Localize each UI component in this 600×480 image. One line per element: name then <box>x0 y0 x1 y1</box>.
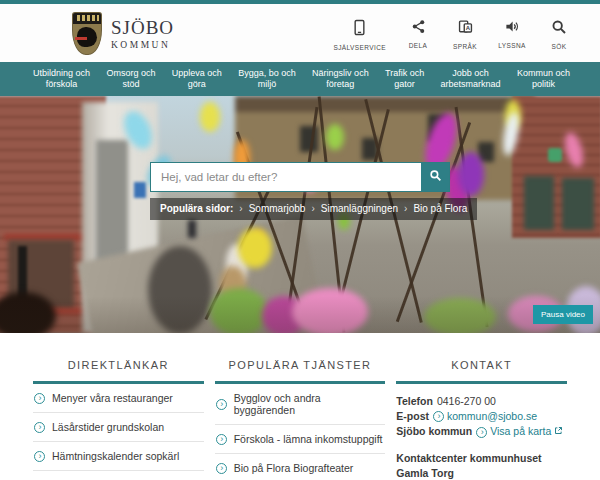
kontakt-column: KONTAKT Telefon0416-270 00 E-post ›kommu… <box>396 353 567 480</box>
share-label: DELA <box>409 42 428 49</box>
email-label: E-post <box>396 409 429 424</box>
link-forskola-inkomstuppgift[interactable]: ›Förskola - lämna inkomstuppgift <box>215 425 386 453</box>
quick-links-section: DIREKTLÄNKAR ›Menyer våra restauranger ›… <box>0 333 600 480</box>
selfservice-button[interactable]: SJÄLVSERVICE <box>333 19 386 51</box>
popular-pages-label: Populära sidor: <box>160 203 233 214</box>
nav-item-kommun[interactable]: Kommun ochpolitik <box>517 68 570 91</box>
svg-text:A: A <box>465 25 470 31</box>
header-actions: SJÄLVSERVICE DELA A SPRÅK LYSSNA <box>333 19 574 51</box>
chevron-circle-icon: › <box>216 399 227 410</box>
map-link[interactable]: ›Visa på karta <box>476 424 563 439</box>
logo-line1: SJÖBO <box>111 17 174 39</box>
chevron-right-icon: › <box>404 203 407 214</box>
search-submit-button[interactable] <box>421 163 449 191</box>
direktlankar-title: DIREKTLÄNKAR <box>33 353 204 381</box>
chevron-circle-icon: › <box>476 427 487 438</box>
chevron-right-icon: › <box>311 203 314 214</box>
hero-search-area: Populära sidor: › Sommarjobb › Simanlägg… <box>150 162 450 220</box>
magnifier-icon <box>429 169 442 185</box>
tjanster-title: POPULÄRA TJÄNSTER <box>215 353 386 381</box>
pause-video-button[interactable]: Pausa video <box>533 305 593 324</box>
link-ung-i-sjobo[interactable]: ›Ung i Sjöbo <box>33 471 204 480</box>
listen-button[interactable]: LYSSNA <box>497 19 527 51</box>
share-icon <box>411 19 426 38</box>
external-link-icon <box>554 424 563 439</box>
tjanster-column: POPULÄRA TJÄNSTER ›Bygglov och andra byg… <box>215 353 386 480</box>
nav-item-jobb[interactable]: Jobb ocharbetsmarknad <box>441 68 501 91</box>
coat-of-arms-icon <box>72 12 102 55</box>
nav-item-uppleva[interactable]: Uppleva ochgöra <box>172 68 222 91</box>
nav-item-omsorg[interactable]: Omsorg ochstöd <box>106 68 155 91</box>
direktlankar-column: DIREKTLÄNKAR ›Menyer våra restauranger ›… <box>33 353 204 480</box>
nav-item-utbildning[interactable]: Utbildning ochförskola <box>33 68 90 91</box>
selfservice-label: SJÄLVSERVICE <box>333 44 386 51</box>
chevron-circle-icon: › <box>34 393 45 404</box>
link-lasarstider[interactable]: ›Läsårstider grundskolan <box>33 413 204 441</box>
email-link[interactable]: ›kommun@sjobo.se <box>433 409 537 424</box>
share-button[interactable]: DELA <box>403 19 433 51</box>
nav-item-trafik[interactable]: Trafik ochgator <box>385 68 424 91</box>
logo-text: SJÖBO KOMMUN <box>111 17 174 50</box>
listen-icon <box>504 19 520 38</box>
chevron-circle-icon: › <box>34 422 45 433</box>
nav-item-bygga[interactable]: Bygga, bo ochmiljö <box>238 68 296 91</box>
top-accent-bar <box>0 0 600 4</box>
main-navigation: Utbildning ochförskola Omsorg ochstöd Up… <box>0 62 600 96</box>
language-label: SPRÅK <box>453 43 477 50</box>
phone-number: 0416-270 00 <box>437 394 496 409</box>
chevron-circle-icon: › <box>34 451 45 462</box>
popular-link-sommarjobb[interactable]: Sommarjobb <box>249 203 306 214</box>
language-button[interactable]: A SPRÅK <box>450 19 480 51</box>
popular-link-bio-pa-flora[interactable]: Bio på Flora <box>413 203 467 214</box>
search-icon <box>551 19 567 39</box>
searchbar <box>150 162 450 192</box>
chevron-circle-icon: › <box>216 463 227 474</box>
link-bio-flora[interactable]: ›Bio på Flora Biografteater <box>215 454 386 480</box>
language-icon: A <box>458 19 473 39</box>
chevron-circle-icon: › <box>216 434 227 445</box>
office-title: Kontaktcenter kommunhuset Gamla Torg <box>396 451 567 480</box>
map-label: Sjöbo kommun <box>396 424 472 439</box>
nav-item-naringsliv[interactable]: Näringsliv ochföretag <box>312 68 369 91</box>
popular-pages-bar: Populära sidor: › Sommarjobb › Simanlägg… <box>150 198 477 220</box>
page: SJÄLVSERVICE DELA A SPRÅK LYSSNA <box>0 0 600 480</box>
phone-label: Telefon <box>396 394 433 409</box>
search-input[interactable] <box>151 163 421 191</box>
municipality-logo[interactable]: SJÖBO KOMMUN <box>72 12 174 55</box>
chevron-circle-icon: › <box>433 411 444 422</box>
link-menyer-restauranger[interactable]: ›Menyer våra restauranger <box>33 384 204 412</box>
listen-label: LYSSNA <box>498 42 526 49</box>
popular-link-simanlaggningen[interactable]: Simanläggningen <box>321 203 398 214</box>
hero-video-frame: Populära sidor: › Sommarjobb › Simanlägg… <box>0 96 600 333</box>
link-bygglov[interactable]: ›Bygglov och andra byggärenden <box>215 384 386 424</box>
link-hamtningskalender[interactable]: ›Hämtningskalender sopkärl <box>33 442 204 470</box>
chevron-right-icon: › <box>239 203 242 214</box>
search-toggle-button[interactable]: SÖK <box>544 19 574 51</box>
logo-line2: KOMMUN <box>111 40 174 50</box>
kontakt-title: KONTAKT <box>396 353 567 381</box>
search-label: SÖK <box>552 43 567 50</box>
phone-icon <box>353 19 366 40</box>
